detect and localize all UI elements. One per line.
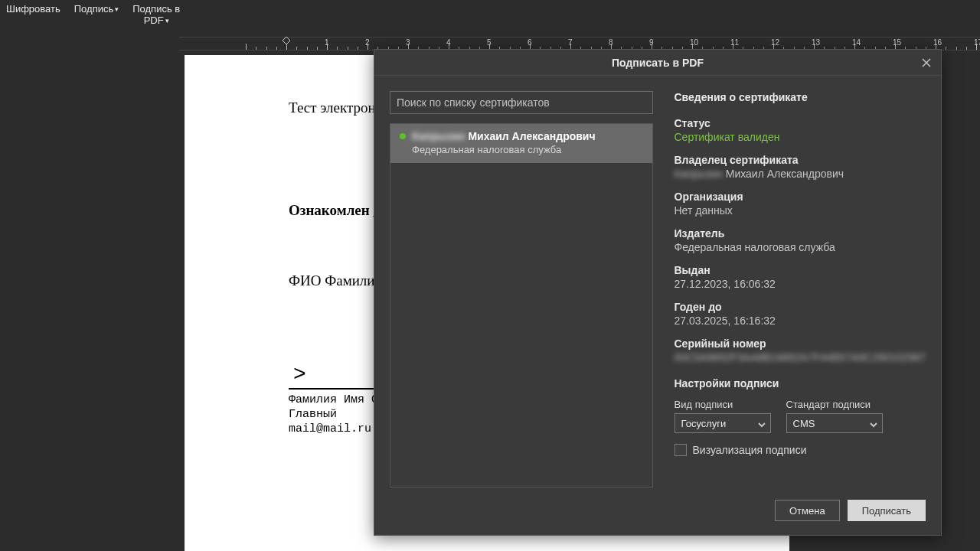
issued-value: 27.12.2023, 16:06:32 xyxy=(675,278,926,290)
cert-details: Сведения о сертификате Статус Сертификат… xyxy=(675,91,926,487)
menu-encrypt[interactable]: Шифровать xyxy=(6,3,60,15)
standard-label: Стандарт подписи xyxy=(786,399,883,410)
menu-sign[interactable]: Подпись▾ xyxy=(74,3,119,15)
cert-search[interactable] xyxy=(390,91,653,114)
cancel-button[interactable]: Отмена xyxy=(775,500,840,521)
cert-item-org: Федеральная налоговая служба xyxy=(412,144,643,155)
owner-value: Капрызин Михаил Александрович xyxy=(675,168,926,180)
status-dot-icon xyxy=(400,133,406,139)
issuer-label: Издатель xyxy=(675,227,926,240)
org-label: Организация xyxy=(675,191,926,203)
chevron-down-icon xyxy=(758,419,766,431)
standard-select-value: CMS xyxy=(793,418,815,429)
standard-select[interactable]: CMS xyxy=(786,413,883,433)
cert-item-name: Капрызин Михаил Александрович xyxy=(412,130,596,142)
visualize-label: Визуализация подписи xyxy=(693,444,807,456)
chevron-down-icon: ▾ xyxy=(115,4,119,15)
menu-sign-in-pdf-l2: PDF▾ xyxy=(132,15,180,27)
org-value: Нет данных xyxy=(675,204,926,217)
menubar: Шифровать Подпись▾ Подпись в PDF▾ xyxy=(0,0,980,34)
visualize-checkbox[interactable]: Визуализация подписи xyxy=(675,444,926,456)
issuer-value: Федеральная налоговая служба xyxy=(675,241,926,253)
chevron-down-icon xyxy=(870,419,877,431)
chevron-down-icon: ▾ xyxy=(165,15,169,27)
menu-sign-in-pdf[interactable]: Подпись в PDF▾ xyxy=(132,3,180,27)
details-header: Сведения о сертификате xyxy=(675,91,926,103)
checkbox-icon xyxy=(675,444,687,456)
view-label: Вид подписи xyxy=(675,399,771,410)
settings-header: Настройки подписи xyxy=(675,377,926,390)
serial-value: 00C5A9892F3AA8B16892A7F44B57A9C290102987 xyxy=(675,351,926,364)
issued-label: Выдан xyxy=(675,264,926,276)
cert-search-input[interactable] xyxy=(397,96,646,109)
cert-list-item[interactable]: Капрызин Михаил Александрович Федеральна… xyxy=(390,124,652,163)
menu-sign-label: Подпись xyxy=(74,3,113,15)
close-button[interactable] xyxy=(918,54,935,71)
status-value: Сертификат валиден xyxy=(675,131,926,143)
view-select[interactable]: Госуслуги xyxy=(675,413,771,433)
valid-until-value: 27.03.2025, 16:16:32 xyxy=(675,315,926,327)
sign-pdf-dialog: Подписать в PDF Капрызин Михаил Александ… xyxy=(374,49,942,536)
menu-sign-in-pdf-l1: Подпись в xyxy=(132,3,180,15)
cert-list: Капрызин Михаил Александрович Федеральна… xyxy=(390,123,653,487)
status-label: Статус xyxy=(675,117,926,129)
close-icon xyxy=(921,57,932,68)
serial-label: Серийный номер xyxy=(675,337,926,350)
dialog-titlebar: Подписать в PDF xyxy=(374,50,941,76)
dialog-footer: Отмена Подписать xyxy=(374,487,941,535)
owner-label: Владелец сертификата xyxy=(675,154,926,166)
sign-button[interactable]: Подписать xyxy=(848,500,926,521)
view-select-value: Госуслуги xyxy=(681,418,727,429)
dialog-title: Подписать в PDF xyxy=(612,57,704,69)
valid-until-label: Годен до xyxy=(675,301,926,313)
